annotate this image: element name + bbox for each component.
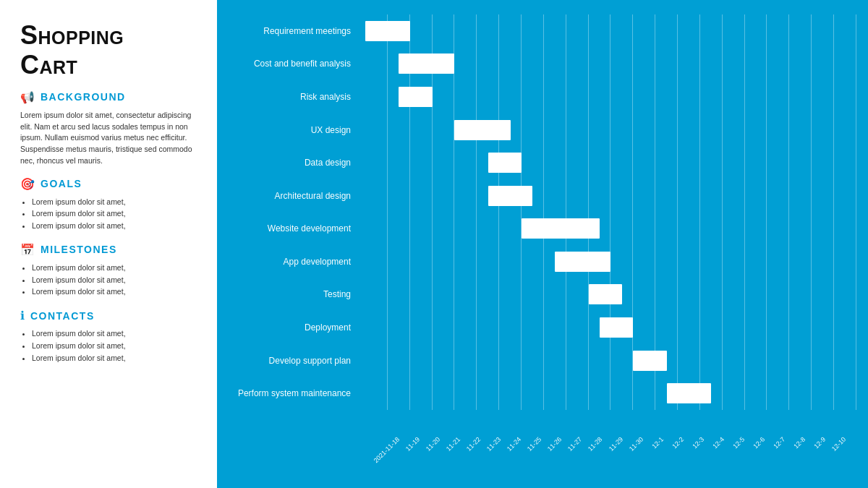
- x-label-text: 12-1: [651, 436, 665, 450]
- milestones-section: 📅 Milestones Lorem ipsum dolor sit amet,…: [20, 243, 200, 299]
- x-label-col: 11-30: [622, 435, 642, 442]
- x-label-col: 12-2: [663, 435, 683, 442]
- task-label: Develop support plan: [224, 356, 358, 366]
- x-label-col: 11-19: [399, 435, 419, 442]
- gantt-row: Risk analysis: [224, 80, 856, 114]
- goals-icon: 🎯: [20, 177, 35, 191]
- x-axis: 2021-11-1811-1911-2011-2111-2211-2311-24…: [365, 435, 845, 442]
- bar-layer: [365, 14, 856, 48]
- x-label-col: 11-29: [602, 435, 622, 442]
- gantt-bar: [555, 252, 610, 272]
- x-label-col: 11-21: [439, 435, 459, 442]
- task-label: Deployment: [224, 322, 358, 333]
- task-label: Requirement meetings: [224, 26, 358, 36]
- task-label: App development: [224, 257, 358, 267]
- x-label-text: 12-5: [732, 436, 746, 450]
- bar-layer: [365, 114, 856, 147]
- bar-layer: [365, 344, 856, 377]
- background-icon: 📢: [20, 90, 35, 104]
- x-label-text: 11-19: [405, 436, 422, 453]
- bar-layer: [365, 311, 856, 344]
- contacts-icon: ℹ: [20, 309, 25, 322]
- x-label-col: 11-23: [480, 435, 500, 442]
- gantt-bar: [600, 317, 633, 338]
- bar-layer: [365, 278, 856, 312]
- task-label: Website development: [224, 223, 358, 234]
- gantt-bar: [365, 21, 410, 41]
- gantt-bar: [633, 351, 666, 371]
- task-label: Testing: [224, 289, 358, 299]
- gantt-row: Testing: [224, 278, 856, 312]
- x-label-text: 12-8: [793, 436, 807, 450]
- gantt-bar: [589, 284, 622, 304]
- gantt-row: App development: [224, 245, 856, 278]
- task-label: Data design: [224, 158, 358, 168]
- gantt-bar: [399, 87, 432, 107]
- contacts-title: Contacts: [30, 310, 95, 322]
- x-label-base: 2021-11-18: [365, 435, 399, 442]
- x-label-text: 11-21: [446, 436, 462, 453]
- contacts-body: Lorem ipsum dolor sit amet, Lorem ipsum …: [20, 328, 200, 364]
- x-label-text: 11-23: [486, 436, 503, 453]
- x-label-text: 11-24: [506, 436, 523, 453]
- goal-item-3: Lorem ipsum dolor sit amet,: [32, 221, 200, 232]
- x-label-col: 11-20: [419, 435, 439, 442]
- milestones-header: 📅 Milestones: [20, 243, 200, 257]
- x-label-col: 11-24: [500, 435, 520, 442]
- x-label-col: 11-25: [520, 435, 540, 442]
- background-body: Lorem ipsum dolor sit amet, consectetur …: [20, 110, 200, 167]
- task-label: Architectural design: [224, 191, 358, 201]
- gantt-bar: [522, 218, 600, 239]
- x-label-text: 11-27: [567, 436, 584, 453]
- bar-layer: [365, 245, 856, 278]
- gantt-bar: [667, 383, 712, 403]
- x-label-text: 11-28: [587, 436, 604, 453]
- x-label-col: 12-5: [723, 435, 744, 442]
- contact-item-2: Lorem ipsum dolor sit amet,: [32, 341, 200, 352]
- x-label-col: 11-22: [459, 435, 480, 442]
- task-label: Perform system maintenance: [224, 388, 358, 398]
- milestone-item-2: Lorem ipsum dolor sit amet,: [32, 275, 200, 286]
- x-label-text: 12-10: [831, 436, 848, 453]
- goal-item-2: Lorem ipsum dolor sit amet,: [32, 208, 200, 220]
- goals-body: Lorem ipsum dolor sit amet, Lorem ipsum …: [20, 197, 200, 233]
- gantt-row: UX design: [224, 114, 856, 147]
- gantt-row: Cost and benefit analysis: [224, 48, 856, 81]
- gantt-row: Requirement meetings: [224, 14, 856, 48]
- task-label: UX design: [224, 125, 358, 135]
- x-label-text: 12-3: [692, 436, 705, 450]
- gantt-chart: Requirement meetingsCost and benefit ana…: [224, 14, 856, 445]
- gantt-row: Data design: [224, 146, 856, 179]
- x-label-col: 11-26: [540, 435, 561, 442]
- gantt-row: Architectural design: [224, 179, 856, 213]
- contact-item-3: Lorem ipsum dolor sit amet,: [32, 353, 200, 364]
- x-label-text: 12-4: [712, 436, 726, 450]
- bar-layer: [365, 80, 856, 114]
- x-label-col: 11-27: [561, 435, 581, 442]
- milestone-item-3: Lorem ipsum dolor sit amet,: [32, 286, 200, 298]
- x-label-col: 12-8: [784, 435, 804, 442]
- milestones-title: Milestones: [41, 244, 117, 255]
- gantt-bar: [488, 153, 522, 173]
- goals-section: 🎯 Goals Lorem ipsum dolor sit amet, Lore…: [20, 177, 200, 233]
- x-label-text: 11-29: [608, 436, 624, 453]
- x-label-col: 12-1: [642, 435, 663, 442]
- x-label-text: 2021-11-18: [373, 436, 401, 464]
- task-label: Cost and benefit analysis: [224, 59, 358, 69]
- x-label-text: 11-20: [425, 436, 442, 453]
- goals-title: Goals: [41, 178, 82, 189]
- gantt-rows: Requirement meetingsCost and benefit ana…: [224, 14, 856, 410]
- gantt-bar: [399, 53, 454, 74]
- contacts-section: ℹ Contacts Lorem ipsum dolor sit amet, L…: [20, 309, 200, 364]
- x-label-text: 11-30: [628, 436, 644, 453]
- gantt-row: Perform system maintenance: [224, 377, 856, 410]
- bar-layer: [365, 146, 856, 179]
- bar-layer: [365, 377, 856, 410]
- x-label-text: 12-7: [773, 436, 786, 450]
- bar-layer: [365, 48, 856, 81]
- gantt-row: Develop support plan: [224, 344, 856, 377]
- gantt-row: Website development: [224, 212, 856, 245]
- x-label-col: 12-10: [825, 435, 845, 442]
- milestones-icon: 📅: [20, 243, 35, 257]
- x-label-text: 12-6: [752, 436, 766, 450]
